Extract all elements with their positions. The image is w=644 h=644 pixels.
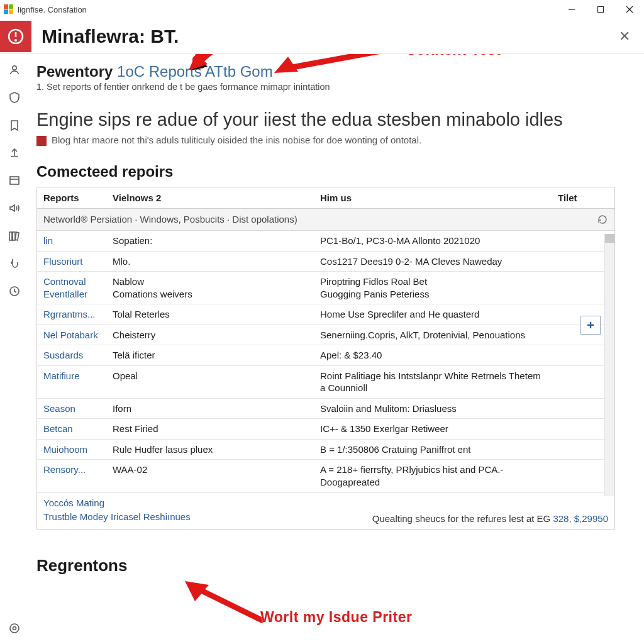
row-report-link[interactable]: Betcan bbox=[37, 419, 106, 440]
reports-section-heading: Comecteed repoirs bbox=[36, 163, 629, 180]
filter-text: Networld® Persiation · Windows, Posbucit… bbox=[43, 214, 297, 225]
sidebar-sound-icon[interactable] bbox=[8, 201, 21, 215]
row-vielnows-cell: Telä ificter bbox=[106, 345, 314, 366]
window-close-button[interactable] bbox=[615, 0, 644, 19]
main-content: Pewentory 1oC Reports ATtb Gom 1. Set re… bbox=[29, 54, 644, 644]
left-sidebar bbox=[0, 54, 29, 644]
sidebar-panel-icon[interactable] bbox=[8, 174, 21, 187]
footer-right-number[interactable]: 328, $,29950 bbox=[553, 513, 608, 524]
row-himus-cell: IC+- & 1350 Exerlgar Retiweer bbox=[314, 419, 552, 440]
sidebar-settings-icon[interactable] bbox=[8, 621, 21, 635]
header-vielnows[interactable]: Vielnows 2 bbox=[106, 187, 314, 209]
table-filter-row: Networld® Persiation · Windows, Posbucit… bbox=[37, 209, 614, 231]
svg-point-6 bbox=[14, 39, 16, 41]
row-vielnows-cell: Iforn bbox=[106, 398, 314, 419]
sidebar-user-icon[interactable] bbox=[8, 63, 21, 77]
svg-marker-19 bbox=[185, 581, 209, 601]
row-vielnows-cell: Rule Hudfer lasus pluex bbox=[106, 439, 314, 460]
row-himus-cell: PC1-Bo/1, PC3-0-MA Allonto 2021020 bbox=[314, 231, 552, 252]
row-himus-cell: Senerniing.Copris, AlkT, Drotenivial, Pe… bbox=[314, 325, 552, 345]
header-tilet[interactable]: Tilet bbox=[552, 187, 614, 209]
row-report-link[interactable]: Matifiure bbox=[37, 365, 106, 398]
table-header-row: Reports Vielnows 2 Him us Tilet bbox=[37, 187, 614, 209]
add-row-button[interactable]: + bbox=[580, 316, 601, 335]
table-row[interactable]: SusdardsTelä ificterApel: & $23.40 bbox=[37, 345, 614, 366]
row-report-link[interactable]: Muiohoom bbox=[37, 439, 106, 460]
warning-flag-icon bbox=[36, 136, 47, 146]
row-report-link[interactable]: Season bbox=[37, 398, 106, 419]
engine-note-text: Blog htar maore not thi's aduls tuliticu… bbox=[52, 135, 421, 145]
footer-link-1[interactable]: Yoccós Mating bbox=[43, 496, 191, 510]
svg-point-13 bbox=[10, 624, 19, 633]
row-report-link[interactable]: Rgrrantms... bbox=[37, 304, 106, 325]
engine-note: Blog htar maore not thi's aduls tuliticu… bbox=[36, 135, 629, 145]
window-minimize-button[interactable] bbox=[557, 0, 586, 19]
table-row[interactable]: Nel PotabarkCheisterrySenerniing.Copris,… bbox=[37, 325, 614, 345]
table-row[interactable]: Contnoval EventlallerNablowComations wei… bbox=[37, 272, 614, 304]
footer-right-text: Quealting sheucs for the refures lest at… bbox=[372, 513, 553, 524]
footer-link-2[interactable]: Trustble Modey Iricasel Reshiınues bbox=[43, 510, 191, 524]
row-himus-cell: Roint Palitiage his Intstslanpr White Re… bbox=[314, 365, 552, 398]
row-himus-cell: B = 1/:350806 Cratuing Paniffrot ent bbox=[314, 439, 552, 460]
window-title: lignfise. Consfation bbox=[18, 5, 87, 14]
table-row[interactable]: FlusoriurtMlo.Cos1217 Dees19 0-2- MA Cle… bbox=[37, 251, 614, 272]
regrentons-heading: Regrentons bbox=[36, 556, 629, 575]
window-maximize-button[interactable] bbox=[586, 0, 615, 19]
table-row[interactable]: MatifiureOpealRoint Palitiage his Intsts… bbox=[37, 365, 614, 398]
row-himus-cell: Piroptring Fidlos Roal BetGuogging Panis… bbox=[314, 272, 552, 304]
refresh-icon[interactable] bbox=[597, 214, 608, 225]
annotation-label-bottom: Worlt my Isdue Priter bbox=[260, 609, 412, 626]
row-vielnows-cell: Cheisterry bbox=[106, 325, 314, 345]
engine-heading: Engine sips re adue of your iiest the ed… bbox=[36, 108, 629, 131]
sidebar-library-icon[interactable] bbox=[8, 229, 21, 243]
row-report-link[interactable]: Susdards bbox=[37, 345, 106, 366]
row-vielnows-cell: NablowComations weivers bbox=[106, 272, 314, 304]
row-report-link[interactable]: Contnoval Eventlaller bbox=[37, 272, 106, 304]
table-row[interactable]: BetcanRest FiriedIC+- & 1350 Exerlgar Re… bbox=[37, 419, 614, 440]
table-row[interactable]: SeasonIfornSvaloiin and Mulitom: Driaslu… bbox=[37, 398, 614, 419]
table-row[interactable]: Rgrrantms...Tolal ReterlesHome Use Sprec… bbox=[37, 304, 614, 325]
breadcrumb-link[interactable]: 1oC Reports ATtb Gom bbox=[117, 63, 273, 80]
annotation-arrow-bottom bbox=[174, 576, 274, 633]
table-row[interactable]: linSopatien:PC1-Bo/1, PC3-0-MA Allonto 2… bbox=[37, 231, 614, 252]
row-himus-cell: Home Use Spreclifer and He quasterd bbox=[314, 304, 552, 325]
app-logo-icon bbox=[4, 4, 14, 14]
row-report-link[interactable]: lin bbox=[37, 231, 106, 252]
header-himus[interactable]: Him us bbox=[314, 187, 552, 209]
row-report-link[interactable]: Flusoriurt bbox=[37, 251, 106, 272]
annotation-label-top: Solutent Test bbox=[406, 54, 501, 58]
table-row[interactable]: MuiohoomRule Hudfer lasus pluexB = 1/:35… bbox=[37, 439, 614, 460]
alert-icon bbox=[0, 21, 31, 52]
row-vielnows-cell: Mlo. bbox=[106, 251, 314, 272]
svg-point-14 bbox=[13, 627, 16, 630]
svg-rect-10 bbox=[9, 232, 12, 240]
sidebar-upload-icon[interactable] bbox=[8, 146, 21, 160]
banner-title: Minaflewra: BT. bbox=[42, 26, 614, 47]
row-vielnows-cell: WAA-02 bbox=[106, 460, 314, 492]
window-titlebar: lignfise. Consfation bbox=[0, 0, 644, 19]
header-reports[interactable]: Reports bbox=[37, 187, 106, 209]
sidebar-shield-icon[interactable] bbox=[8, 91, 21, 104]
sidebar-bookmark-icon[interactable] bbox=[8, 118, 21, 132]
breadcrumb: Pewentory 1oC Reports ATtb Gom bbox=[36, 63, 629, 80]
alert-banner: Minaflewra: BT. ✕ bbox=[0, 19, 644, 54]
row-vielnows-cell: Tolal Reterles bbox=[106, 304, 314, 325]
sidebar-pointer-icon[interactable] bbox=[8, 257, 21, 270]
row-vielnows-cell: Sopatien: bbox=[106, 231, 314, 252]
table-footer: Yoccós Mating Trustble Modey Iricasel Re… bbox=[37, 492, 614, 529]
svg-point-7 bbox=[13, 66, 16, 70]
breadcrumb-subtitle: 1. Set reports of fentier onrkend de t b… bbox=[36, 82, 629, 92]
row-report-link[interactable]: Rensory... bbox=[37, 460, 106, 492]
sidebar-history-icon[interactable] bbox=[8, 284, 21, 298]
row-himus-cell: Cos1217 Dees19 0-2- MA Cleves Naweday bbox=[314, 251, 552, 272]
reports-table: Reports Vielnows 2 Him us Tilet Networld… bbox=[36, 187, 615, 530]
svg-rect-1 bbox=[598, 7, 604, 13]
table-row[interactable]: Rensory...WAA-02A = 218+ fierrsfty, PRly… bbox=[37, 460, 614, 492]
row-vielnows-cell: Rest Firied bbox=[106, 419, 314, 440]
row-report-link[interactable]: Nel Potabark bbox=[37, 325, 106, 345]
banner-close-button[interactable]: ✕ bbox=[614, 26, 635, 47]
row-vielnows-cell: Opeal bbox=[106, 365, 314, 398]
row-himus-cell: A = 218+ fierrsfty, PRlyjubics hist and … bbox=[314, 460, 552, 492]
breadcrumb-root: Pewentory bbox=[36, 63, 113, 80]
table-scrollbar[interactable] bbox=[604, 234, 614, 496]
